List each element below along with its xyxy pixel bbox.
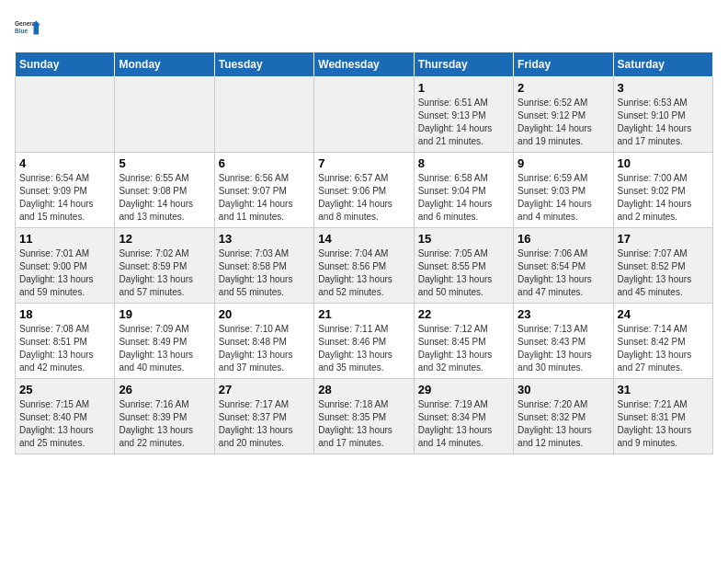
day-number: 23 [518, 307, 609, 321]
calendar-cell [115, 77, 214, 153]
calendar-cell: 20Sunrise: 7:10 AM Sunset: 8:48 PM Dayli… [214, 304, 313, 379]
calendar-cell: 11Sunrise: 7:01 AM Sunset: 9:00 PM Dayli… [16, 228, 115, 304]
calendar-cell: 24Sunrise: 7:14 AM Sunset: 8:42 PM Dayli… [613, 304, 712, 379]
calendar-header-row: SundayMondayTuesdayWednesdayThursdayFrid… [16, 52, 713, 77]
svg-text:Blue: Blue [15, 28, 28, 34]
day-info: Sunrise: 7:11 AM Sunset: 8:46 PM Dayligh… [318, 323, 409, 374]
day-number: 21 [318, 307, 409, 321]
day-number: 2 [518, 81, 609, 95]
day-number: 11 [19, 232, 110, 246]
day-info: Sunrise: 6:53 AM Sunset: 9:10 PM Dayligh… [618, 97, 709, 148]
calendar-table: SundayMondayTuesdayWednesdayThursdayFrid… [15, 52, 713, 454]
day-number: 17 [618, 232, 709, 246]
day-number: 8 [418, 156, 509, 170]
day-info: Sunrise: 6:54 AM Sunset: 9:09 PM Dayligh… [19, 172, 110, 224]
calendar-cell: 14Sunrise: 7:04 AM Sunset: 8:56 PM Dayli… [314, 228, 414, 304]
day-info: Sunrise: 7:15 AM Sunset: 8:40 PM Dayligh… [19, 398, 110, 450]
calendar-cell: 2Sunrise: 6:52 AM Sunset: 9:12 PM Daylig… [514, 77, 613, 153]
day-number: 12 [119, 232, 210, 246]
day-number: 26 [119, 383, 210, 396]
day-number: 9 [518, 156, 609, 170]
day-info: Sunrise: 7:13 AM Sunset: 8:43 PM Dayligh… [518, 323, 609, 374]
calendar-cell [16, 77, 115, 153]
day-info: Sunrise: 7:00 AM Sunset: 9:02 PM Dayligh… [618, 172, 709, 224]
header-thursday: Thursday [414, 52, 513, 77]
calendar-cell: 23Sunrise: 7:13 AM Sunset: 8:43 PM Dayli… [514, 304, 613, 379]
day-number: 5 [119, 156, 210, 170]
calendar-cell: 27Sunrise: 7:17 AM Sunset: 8:37 PM Dayli… [214, 379, 313, 454]
day-number: 31 [618, 383, 709, 396]
day-number: 4 [19, 156, 110, 170]
day-info: Sunrise: 7:21 AM Sunset: 8:31 PM Dayligh… [618, 398, 709, 450]
calendar-cell: 7Sunrise: 6:57 AM Sunset: 9:06 PM Daylig… [314, 153, 414, 228]
calendar-week-row: 11Sunrise: 7:01 AM Sunset: 9:00 PM Dayli… [16, 228, 713, 304]
day-info: Sunrise: 7:19 AM Sunset: 8:34 PM Dayligh… [418, 398, 509, 450]
day-number: 24 [618, 307, 709, 321]
day-info: Sunrise: 7:17 AM Sunset: 8:37 PM Dayligh… [219, 398, 310, 450]
day-info: Sunrise: 7:02 AM Sunset: 8:59 PM Dayligh… [119, 247, 210, 299]
day-info: Sunrise: 6:57 AM Sunset: 9:06 PM Dayligh… [318, 172, 409, 224]
day-number: 18 [19, 307, 110, 321]
day-number: 30 [518, 383, 609, 396]
calendar-cell: 19Sunrise: 7:09 AM Sunset: 8:49 PM Dayli… [115, 304, 214, 379]
day-info: Sunrise: 7:03 AM Sunset: 8:58 PM Dayligh… [219, 247, 310, 299]
calendar-cell: 1Sunrise: 6:51 AM Sunset: 9:13 PM Daylig… [414, 77, 513, 153]
day-info: Sunrise: 6:59 AM Sunset: 9:03 PM Dayligh… [518, 172, 609, 224]
calendar-cell: 13Sunrise: 7:03 AM Sunset: 8:58 PM Dayli… [214, 228, 313, 304]
calendar-cell: 26Sunrise: 7:16 AM Sunset: 8:39 PM Dayli… [115, 379, 214, 454]
day-info: Sunrise: 7:01 AM Sunset: 9:00 PM Dayligh… [19, 247, 110, 299]
calendar-cell: 17Sunrise: 7:07 AM Sunset: 8:52 PM Dayli… [613, 228, 712, 304]
day-number: 14 [318, 232, 409, 246]
day-info: Sunrise: 6:58 AM Sunset: 9:04 PM Dayligh… [418, 172, 509, 224]
calendar-cell: 3Sunrise: 6:53 AM Sunset: 9:10 PM Daylig… [613, 77, 712, 153]
header-tuesday: Tuesday [214, 52, 313, 77]
calendar-cell: 18Sunrise: 7:08 AM Sunset: 8:51 PM Dayli… [16, 304, 115, 379]
day-info: Sunrise: 6:55 AM Sunset: 9:08 PM Dayligh… [119, 172, 210, 224]
day-number: 16 [518, 232, 609, 246]
calendar-cell: 16Sunrise: 7:06 AM Sunset: 8:54 PM Dayli… [514, 228, 613, 304]
day-info: Sunrise: 6:56 AM Sunset: 9:07 PM Dayligh… [219, 172, 310, 224]
day-number: 13 [219, 232, 310, 246]
calendar-week-row: 1Sunrise: 6:51 AM Sunset: 9:13 PM Daylig… [16, 77, 713, 153]
day-number: 19 [119, 307, 210, 321]
calendar-cell: 30Sunrise: 7:20 AM Sunset: 8:32 PM Dayli… [514, 379, 613, 454]
calendar-week-row: 25Sunrise: 7:15 AM Sunset: 8:40 PM Dayli… [16, 379, 713, 454]
day-number: 22 [418, 307, 509, 321]
calendar-cell: 10Sunrise: 7:00 AM Sunset: 9:02 PM Dayli… [613, 153, 712, 228]
header: GeneralBlue [15, 15, 713, 40]
calendar-cell: 5Sunrise: 6:55 AM Sunset: 9:08 PM Daylig… [115, 153, 214, 228]
header-friday: Friday [514, 52, 613, 77]
day-number: 10 [618, 156, 709, 170]
calendar-cell: 21Sunrise: 7:11 AM Sunset: 8:46 PM Dayli… [314, 304, 414, 379]
day-number: 6 [219, 156, 310, 170]
header-saturday: Saturday [613, 52, 712, 77]
logo-icon: GeneralBlue [15, 15, 40, 40]
day-number: 28 [318, 383, 409, 396]
day-number: 7 [318, 156, 409, 170]
header-wednesday: Wednesday [314, 52, 414, 77]
logo: GeneralBlue [15, 15, 40, 40]
day-number: 15 [418, 232, 509, 246]
calendar-cell: 6Sunrise: 6:56 AM Sunset: 9:07 PM Daylig… [214, 153, 313, 228]
day-number: 1 [418, 81, 509, 95]
day-number: 25 [19, 383, 110, 396]
day-info: Sunrise: 6:52 AM Sunset: 9:12 PM Dayligh… [518, 97, 609, 148]
day-number: 27 [219, 383, 310, 396]
day-info: Sunrise: 7:14 AM Sunset: 8:42 PM Dayligh… [618, 323, 709, 374]
calendar-cell: 12Sunrise: 7:02 AM Sunset: 8:59 PM Dayli… [115, 228, 214, 304]
calendar-cell [214, 77, 313, 153]
day-info: Sunrise: 7:04 AM Sunset: 8:56 PM Dayligh… [318, 247, 409, 299]
calendar-cell: 8Sunrise: 6:58 AM Sunset: 9:04 PM Daylig… [414, 153, 513, 228]
day-number: 3 [618, 81, 709, 95]
calendar-cell: 31Sunrise: 7:21 AM Sunset: 8:31 PM Dayli… [613, 379, 712, 454]
day-info: Sunrise: 7:08 AM Sunset: 8:51 PM Dayligh… [19, 323, 110, 374]
calendar-week-row: 4Sunrise: 6:54 AM Sunset: 9:09 PM Daylig… [16, 153, 713, 228]
calendar-week-row: 18Sunrise: 7:08 AM Sunset: 8:51 PM Dayli… [16, 304, 713, 379]
calendar-cell: 22Sunrise: 7:12 AM Sunset: 8:45 PM Dayli… [414, 304, 513, 379]
calendar-cell: 25Sunrise: 7:15 AM Sunset: 8:40 PM Dayli… [16, 379, 115, 454]
day-info: Sunrise: 7:07 AM Sunset: 8:52 PM Dayligh… [618, 247, 709, 299]
calendar-cell: 29Sunrise: 7:19 AM Sunset: 8:34 PM Dayli… [414, 379, 513, 454]
calendar-cell: 28Sunrise: 7:18 AM Sunset: 8:35 PM Dayli… [314, 379, 414, 454]
calendar-cell [314, 77, 414, 153]
calendar-cell: 15Sunrise: 7:05 AM Sunset: 8:55 PM Dayli… [414, 228, 513, 304]
